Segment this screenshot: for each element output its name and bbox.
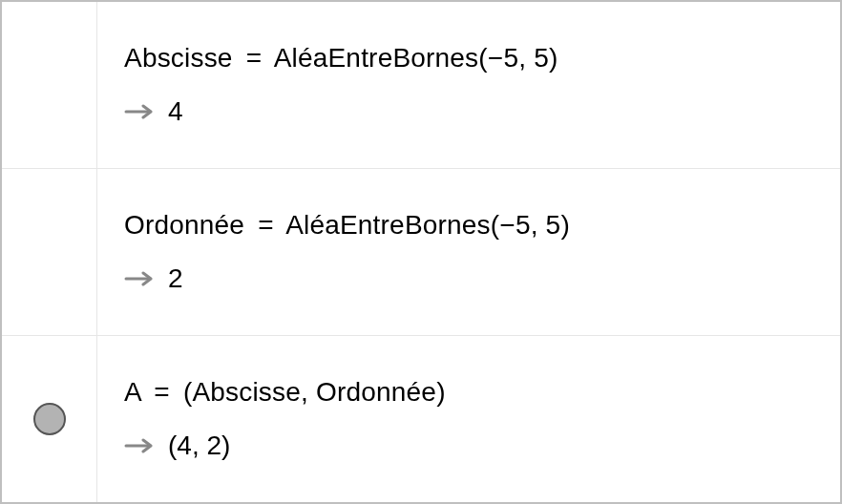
arrow-right-icon bbox=[124, 436, 157, 455]
arrow-right-icon bbox=[124, 269, 157, 288]
output-line: 2 bbox=[124, 263, 813, 294]
lhs-name: Ordonnée bbox=[124, 210, 244, 240]
rhs-function: AléaEntreBornes bbox=[285, 210, 491, 240]
rhs-function: AléaEntreBornes bbox=[274, 43, 479, 73]
equals-sign: = bbox=[154, 377, 170, 407]
row-gutter bbox=[2, 169, 97, 335]
output-value: 2 bbox=[168, 263, 183, 294]
equals-sign: = bbox=[258, 210, 274, 240]
output-line: (4, 2) bbox=[124, 430, 813, 461]
rhs-args: (−5, 5) bbox=[491, 210, 570, 240]
point-marker-icon[interactable] bbox=[33, 403, 66, 435]
algebra-row[interactable]: Abscisse = AléaEntreBornes(−5, 5) 4 bbox=[2, 2, 840, 169]
row-gutter bbox=[2, 336, 97, 502]
row-content: Ordonnée = AléaEntreBornes(−5, 5) 2 bbox=[97, 169, 840, 335]
definition-line: A = (Abscisse, Ordonnée) bbox=[124, 377, 813, 408]
definition-line: Ordonnée = AléaEntreBornes(−5, 5) bbox=[124, 210, 813, 241]
definition-line: Abscisse = AléaEntreBornes(−5, 5) bbox=[124, 43, 813, 74]
algebra-row[interactable]: Ordonnée = AléaEntreBornes(−5, 5) 2 bbox=[2, 169, 840, 336]
algebra-row[interactable]: A = (Abscisse, Ordonnée) (4, 2) bbox=[2, 336, 840, 502]
rhs-args: (−5, 5) bbox=[478, 43, 558, 73]
rhs-args: (Abscisse, Ordonnée) bbox=[183, 377, 446, 407]
row-gutter bbox=[2, 2, 97, 168]
lhs-name: Abscisse bbox=[124, 43, 233, 73]
lhs-name: A bbox=[124, 377, 140, 407]
output-line: 4 bbox=[124, 96, 813, 127]
equals-sign: = bbox=[246, 43, 263, 73]
output-value: (4, 2) bbox=[168, 430, 230, 461]
row-content: A = (Abscisse, Ordonnée) (4, 2) bbox=[97, 336, 840, 502]
arrow-right-icon bbox=[124, 102, 157, 121]
row-content: Abscisse = AléaEntreBornes(−5, 5) 4 bbox=[97, 2, 840, 168]
output-value: 4 bbox=[168, 96, 183, 127]
algebra-panel: Abscisse = AléaEntreBornes(−5, 5) 4 Ordo… bbox=[0, 0, 842, 504]
